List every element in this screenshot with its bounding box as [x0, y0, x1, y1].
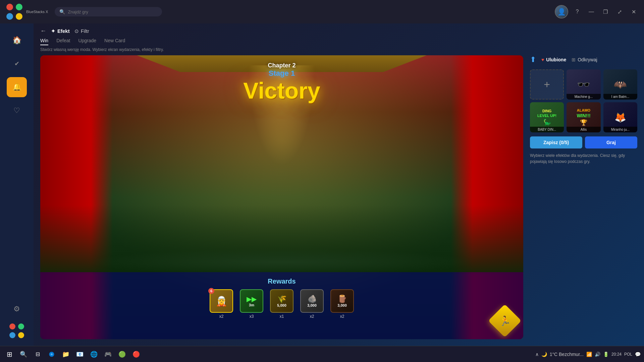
logo-red-circle: [6, 4, 13, 10]
sidebar-item-home[interactable]: 🏠: [7, 30, 27, 50]
titlebar-actions: 👤 ? — ❐ ⤢ ✕: [555, 5, 639, 18]
tab-new-card[interactable]: New Card: [104, 38, 125, 45]
thumbnail-grid: + 🕶️ Machine g... 🦇 I am Batm... DING LE…: [530, 69, 637, 132]
taskbar-app2[interactable]: 🎮: [102, 348, 114, 360]
stage-text: Stage 1: [243, 69, 320, 78]
efekt-button[interactable]: ✦ Efekt: [51, 28, 70, 34]
filtr-label: Filtr: [81, 28, 89, 34]
clock-time: 20:24: [611, 352, 622, 357]
volume-icon[interactable]: 🔊: [595, 352, 600, 357]
add-thumbnail-button[interactable]: +: [530, 69, 564, 100]
reward-arrows-multiplier: x3: [250, 314, 254, 319]
reward-hero: 🧝 6 x2: [210, 289, 233, 319]
reward-grain: 🌾 5,000 x1: [270, 289, 293, 319]
reward-arrows: ▶▶ 3m x3: [240, 289, 263, 319]
reward-stone-multiplier: x2: [310, 314, 314, 319]
taskbar-start-button[interactable]: ⊞: [3, 348, 15, 360]
reward-wood-icon: 🪵 3,000: [330, 289, 354, 313]
thumbnail-machine-label: Machine g...: [567, 94, 600, 100]
chevron-up-icon[interactable]: ∧: [535, 352, 539, 357]
close-button[interactable]: ✕: [629, 7, 639, 17]
sidebar-item-favorites[interactable]: ♡: [7, 101, 27, 121]
notifications-icon[interactable]: 💬: [635, 352, 641, 357]
sidebar-item-notifications[interactable]: 🔔: [7, 77, 27, 97]
titlebar: BlueStacks X 🔍 👤 ? — ❐ ⤢ ✕: [0, 0, 644, 23]
add-icon: +: [544, 78, 550, 91]
toolbar: ← ✦ Efekt ⊙ Filtr: [34, 23, 644, 35]
tab-win[interactable]: Win: [40, 38, 48, 45]
ulubione-label: Ulubione: [546, 57, 566, 62]
logo-green-circle: [16, 4, 22, 10]
sidebar: 🏠 ✔ 🔔 ♡ ⚙: [0, 23, 34, 346]
sidebar-item-settings[interactable]: ⚙: [7, 299, 27, 319]
search-bar[interactable]: 🔍: [55, 7, 162, 16]
reward-stone-icon: 🪨 3,000: [300, 289, 324, 313]
thumbnail-allis[interactable]: ALAMO WIN!!! 🏆 Allis: [567, 102, 600, 132]
tab-upgrade[interactable]: Upgrade: [78, 38, 96, 45]
minimize-button[interactable]: —: [586, 7, 596, 17]
thumbnail-batman[interactable]: 🦇 I am Batm...: [603, 69, 637, 100]
taskbar-app1[interactable]: 🌐: [88, 348, 100, 360]
taskbar-search[interactable]: 🔍: [17, 348, 30, 360]
terrain: [89, 249, 475, 276]
reward-badge: 6: [208, 288, 214, 294]
tab-defeat[interactable]: Defeat: [56, 38, 70, 45]
efekt-icon: ✦: [51, 28, 55, 34]
rewards-title: Rewards: [268, 278, 296, 285]
thumbnail-miranho-label: Miranho ju...: [603, 127, 637, 132]
weather-icon: 🌙: [541, 352, 547, 357]
thumbnail-baby-din[interactable]: DING LEVEL UP! 🦕 BABY DIN...: [530, 102, 564, 132]
taskbar-task-view[interactable]: ⊟: [32, 348, 44, 360]
network-icon: 📶: [586, 352, 592, 357]
filtr-icon: ⊙: [74, 28, 79, 34]
thumbnail-allis-label: Allis: [567, 127, 600, 132]
help-button[interactable]: ?: [572, 7, 582, 17]
search-input[interactable]: [68, 9, 157, 14]
victory-text: Victory: [243, 79, 320, 102]
victory-overlay: Chapter 2 Stage 1 Victory: [243, 62, 320, 102]
expand-button[interactable]: ⤢: [614, 7, 625, 17]
save-button[interactable]: Zapisz (0/5): [530, 136, 582, 148]
filtr-button[interactable]: ⊙ Filtr: [74, 28, 89, 34]
hero-emoji: 🧝: [216, 296, 227, 307]
thumbnail-miranho[interactable]: 🦊 Miranho ju...: [603, 102, 637, 132]
panel-tab-odkrywaj[interactable]: ⊞ Odkrywaj: [572, 57, 597, 62]
efekt-label: Efekt: [57, 28, 70, 34]
reward-stone: 🪨 3,000 x2: [300, 289, 324, 319]
taskbar-app4[interactable]: 🔴: [130, 348, 142, 360]
chapter-text: Chapter 2: [243, 62, 320, 69]
play-button[interactable]: Graj: [585, 136, 637, 148]
thumbnail-machine-g[interactable]: 🕶️ Machine g...: [567, 69, 600, 100]
reward-grain-multiplier: x1: [280, 314, 284, 319]
taskbar-language: POL: [624, 352, 632, 357]
reward-grain-icon: 🌾 5,000: [270, 289, 293, 313]
share-icon[interactable]: ⬆: [530, 55, 536, 64]
game-screen: Chapter 2 Stage 1 Victory Rewards 🧝 6: [40, 55, 523, 339]
search-icon: 🔍: [59, 9, 65, 14]
heart-icon: ♥: [541, 57, 544, 62]
panel-tab-ulubione[interactable]: ♥ Ulubione: [541, 57, 566, 62]
bluestacks-logo: [5, 3, 23, 21]
battery-icon: 🔋: [603, 352, 609, 357]
sidebar-item-tasks[interactable]: ✔: [7, 54, 27, 74]
corner-diamond-icon[interactable]: 🏃: [493, 309, 517, 333]
back-button[interactable]: ←: [40, 27, 46, 35]
odkrywaj-label: Odkrywaj: [578, 57, 597, 62]
logo-yellow-circle: [16, 13, 22, 20]
reward-wood-multiplier: x2: [340, 314, 344, 319]
weather-text: 1°C Bezchmur...: [550, 352, 584, 357]
reward-hero-icon: 🧝 6: [210, 289, 233, 313]
tabs-bar: Win Defeat Upgrade New Card: [34, 35, 644, 47]
user-avatar[interactable]: 👤: [555, 5, 568, 18]
taskbar-mail[interactable]: 📧: [74, 348, 86, 360]
taskbar-explorer[interactable]: 📁: [60, 348, 72, 360]
taskbar-edge[interactable]: [46, 348, 58, 360]
restore-button[interactable]: ❐: [600, 7, 610, 17]
bluestacks-bottom-logo[interactable]: [8, 322, 25, 339]
game-preview: Chapter 2 Stage 1 Victory Rewards 🧝 6: [40, 55, 523, 339]
logo-blue-circle: [6, 13, 13, 20]
taskbar-app3[interactable]: 🟢: [116, 348, 128, 360]
rewards-items: 🧝 6 x2 ▶▶ 3m: [210, 289, 354, 319]
reward-hero-multiplier: x2: [219, 314, 224, 319]
info-text: Wybierz wiele efektów dla wydarzenia. Ci…: [530, 153, 637, 165]
